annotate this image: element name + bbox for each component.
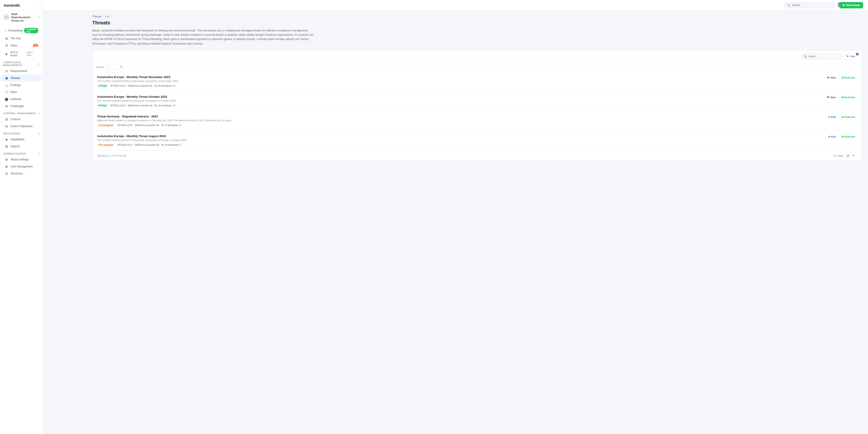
new-threat-icon: ⊕ (842, 4, 845, 7)
threats-icon: ◉ (4, 76, 8, 80)
list-search-input[interactable] (809, 55, 839, 58)
defined-by-tag: Defined by vucavoid: No (128, 104, 152, 107)
new-threat-label: New threat (846, 4, 860, 7)
techniques-tag: Nr. of techniques: 13 (154, 104, 175, 107)
sidebar-item-onboarding[interactable]: ○ Onboarding Complete now (1, 26, 41, 35)
new-threat-button[interactable]: ⊕ New threat (839, 2, 863, 8)
risks-icon: ⬡ (4, 90, 8, 94)
onboarding-badge: Complete now (24, 28, 38, 33)
view-button[interactable]: 👁 View (825, 95, 837, 99)
sidebar-item-label: Objects (10, 145, 20, 148)
threat-tags: Final ATT&CK-v14.0 Defined by vucavoid: … (97, 84, 820, 88)
threat-actions: ✏ Edit ⧉ Replicate (822, 115, 857, 119)
sidebar-item-controls[interactable]: ⊞ Controls (1, 116, 41, 123)
threat-description: The monthly modeled threat for Automotiv… (97, 139, 822, 141)
edit-button[interactable]: ✏ Edit (827, 135, 837, 139)
sidebar-item-objects[interactable]: ⊠ Objects (1, 143, 41, 150)
breadcrumb: Threats › List (92, 15, 862, 18)
defined-by-tag: Defined by vucavoid: No (128, 85, 152, 87)
filter-count: 0 (856, 53, 859, 55)
sidebar-item-capabilities[interactable]: ◈ Capabilities (1, 136, 41, 143)
threat-title: Threat Germany - Regulated Industry - 20… (97, 115, 822, 118)
sidebar-collapse-button[interactable]: ‹ (38, 3, 43, 8)
table-row: Automotive Europe - Monthly Threat Augus… (92, 131, 862, 150)
org-selector[interactable]: S SaaS Superstructures Group, Inc. ▾ (0, 10, 43, 25)
section-label: Compliance Management (3, 61, 38, 66)
sidebar-item-label: Risks (10, 90, 17, 94)
per-page-control: Per page 10 25 50 100 (833, 153, 857, 158)
search-icon: 🔍 (804, 55, 807, 58)
sidebar-item-label: Control Objectives (10, 125, 33, 128)
replicate-button[interactable]: ⧉ Replicate (840, 115, 857, 119)
sidebar-item-label: Tasks (10, 44, 18, 47)
page-description: Below, vucavoid's interface provides the… (92, 29, 314, 46)
page-title: Threats (92, 20, 862, 26)
table-row: Automotive Europe - Monthly Threat Novem… (92, 72, 862, 91)
techniques-tag: Nr. of techniques: 2 (161, 144, 181, 146)
per-page-label: Per page (833, 154, 843, 157)
status-label: In progress (101, 124, 113, 126)
status-badge: Final (97, 84, 108, 88)
status-dot-icon (99, 144, 100, 145)
sidebar-item-label: Capabilities (10, 138, 24, 141)
sidebar-item-tasks[interactable]: ☰ Tasks 14 (1, 42, 41, 49)
sidebar-item-label: User Management (10, 165, 33, 168)
sidebar-item-tenant-settings[interactable]: ⊞ Tenant settings (1, 156, 41, 163)
sidebar-item-control-objectives[interactable]: ⊟ Control Objectives (1, 123, 41, 129)
replicate-button[interactable]: ⧉ Replicate (840, 95, 857, 100)
controls-icon: ⊞ (4, 117, 8, 121)
section-compliance[interactable]: Compliance Management ▴ (0, 59, 43, 67)
topbar: 🔍 🔔 60 🇬🇧 + 👤 (43, 0, 868, 10)
sidebar-item-label: Challenges (10, 105, 24, 108)
filter-button[interactable]: ⚑ Filter 0 (844, 54, 858, 59)
sidebar-item-structures[interactable]: ⊟ Structures (1, 170, 41, 177)
section-chevron-icon: ▴ (38, 112, 40, 115)
sidebar-item-threats[interactable]: ◉ Threats (1, 75, 41, 82)
section-meta[interactable]: Meta Model ▴ (0, 130, 43, 136)
per-page-select[interactable]: 10 25 50 100 (844, 153, 856, 158)
sidebar-item-vuca-score[interactable]: ◈ VUCA Score 35% | 34% (1, 49, 41, 59)
user-management-icon: ⊞ (4, 165, 8, 168)
threat-actions: ✏ Edit ⧉ Replicate (822, 135, 857, 139)
threat-tags: In progress ATT&CK-v14.0 Defined by vuca… (97, 123, 822, 127)
list-search[interactable]: 🔍 (801, 53, 842, 59)
threat-tags: Final ATT&CK-v14.0 Defined by vucavoid: … (97, 104, 820, 107)
attack-version-tag: ATT&CK-v14.0 (110, 104, 125, 107)
view-button[interactable]: 👁 View (825, 75, 837, 80)
section-admin[interactable]: Administration ▴ (0, 150, 43, 156)
sidebar-item-incidents[interactable]: ⬤ Incidents (1, 96, 41, 103)
threat-description: The monthly modeled threat for Automotiv… (97, 80, 820, 82)
org-name: SaaS Superstructures Group, Inc. (11, 12, 37, 22)
global-search[interactable]: 🔍 (784, 2, 834, 8)
breadcrumb-current: List (105, 15, 110, 18)
sidebar-item-hub[interactable]: ⊞ The Hub (1, 35, 41, 42)
filter-icon: ⚑ (846, 55, 849, 58)
findings-icon: △ (4, 83, 8, 87)
sidebar-item-risks[interactable]: ⬡ Risks (1, 89, 41, 95)
main-content: Threats › List Threats Below, vucavoid's… (86, 10, 868, 434)
breadcrumb-separator: › (103, 15, 104, 18)
sidebar-item-challenges[interactable]: ⊗ Challenges (1, 103, 41, 110)
breadcrumb-parent[interactable]: Threats (92, 15, 101, 18)
tasks-icon: ☰ (4, 44, 8, 47)
threat-actions: 👁 View ⧉ Replicate (820, 95, 857, 100)
hub-icon: ⊞ (4, 37, 8, 40)
challenges-icon: ⊗ (4, 104, 8, 108)
requirements-icon: ⚖ (4, 69, 8, 73)
status-dot-icon (99, 105, 100, 106)
sidebar-item-label: Onboarding (8, 29, 23, 32)
control-objectives-icon: ⊟ (4, 124, 8, 128)
sidebar-item-findings[interactable]: △ Findings (1, 82, 41, 88)
showing-results-text: Showing 1 to 4 of 4 results (97, 154, 126, 157)
sidebar-item-requirements[interactable]: ⚖ Requirements (1, 68, 41, 75)
sort-select[interactable]: - (106, 65, 124, 69)
replicate-button[interactable]: ⧉ Replicate (840, 75, 857, 80)
tenant-settings-icon: ⊞ (4, 158, 8, 161)
edit-button[interactable]: ✏ Edit (827, 115, 837, 119)
sidebar-item-user-management[interactable]: ⊞ User Management (1, 163, 41, 170)
vuca-icon: ◈ (4, 52, 8, 56)
section-chevron-icon: ▴ (38, 132, 40, 135)
replicate-button[interactable]: ⧉ Replicate (840, 135, 857, 139)
global-search-input[interactable] (792, 4, 832, 7)
section-control[interactable]: Control Management ▴ (0, 110, 43, 116)
